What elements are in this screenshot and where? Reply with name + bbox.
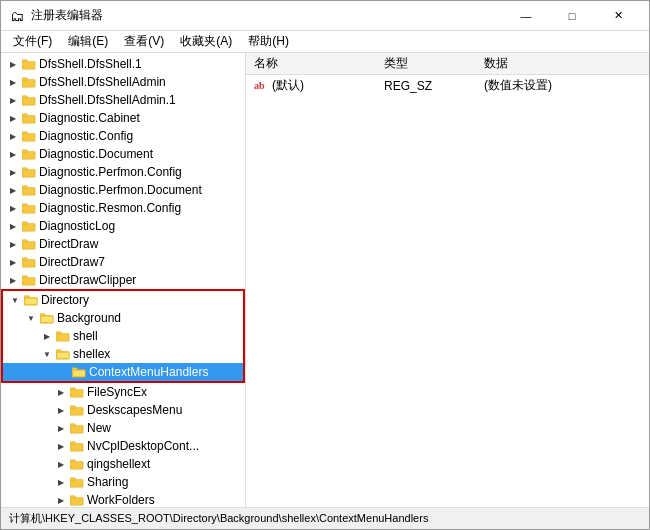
expand-icon-diagnostic-perfmon-doc[interactable]: ▶ <box>5 182 21 198</box>
folder-icon-diagnostic-perfmon-doc <box>21 182 37 198</box>
highlighted-group: ▼ Directory▼ Background▶ shell▼ shellex … <box>1 289 245 383</box>
tree-item-diagnostic-config[interactable]: ▶ Diagnostic.Config <box>1 127 245 145</box>
tree-item-dfsshell-admin1[interactable]: ▶ DfsShell.DfsShellAdmin.1 <box>1 91 245 109</box>
svg-rect-47 <box>70 442 75 445</box>
tree-item-workfolders[interactable]: ▶ WorkFolders <box>1 491 245 507</box>
tree-item-dfsshell-admin[interactable]: ▶ DfsShell.DfsShellAdmin <box>1 73 245 91</box>
expand-icon-directdrawclipper[interactable]: ▶ <box>5 272 21 288</box>
tree-item-directory[interactable]: ▼ Directory <box>3 291 243 309</box>
folder-icon-directory <box>23 292 39 308</box>
svg-rect-35 <box>56 350 61 353</box>
expand-icon-diagnostic-cabinet[interactable]: ▶ <box>5 110 21 126</box>
expand-icon-diagnostic-perfmon-config[interactable]: ▶ <box>5 164 21 180</box>
status-bar: 计算机\HKEY_CLASSES_ROOT\Directory\Backgrou… <box>1 507 649 529</box>
svg-rect-28 <box>25 298 37 304</box>
tree-label-sharing: Sharing <box>87 475 128 489</box>
tree-item-diagnostic-resmon-config[interactable]: ▶ Diagnostic.Resmon.Config <box>1 199 245 217</box>
tree-item-directdrawclipper[interactable]: ▶ DirectDrawClipper <box>1 271 245 289</box>
folder-icon-sharing <box>69 474 85 490</box>
folder-icon-diagnostic-cabinet <box>21 110 37 126</box>
tree-item-diagnostic-cabinet[interactable]: ▶ Diagnostic.Cabinet <box>1 109 245 127</box>
svg-rect-17 <box>22 204 27 207</box>
expand-icon-diagnostic-resmon-config[interactable]: ▶ <box>5 200 21 216</box>
expand-icon-filesyncrx[interactable]: ▶ <box>53 384 69 400</box>
expand-icon-dfsshell1[interactable]: ▶ <box>5 56 21 72</box>
menu-item[interactable]: 帮助(H) <box>240 31 297 52</box>
menu-item[interactable]: 收藏夹(A) <box>172 31 240 52</box>
expand-icon-diagnosticlog[interactable]: ▶ <box>5 218 21 234</box>
expand-icon-diagnostic-document[interactable]: ▶ <box>5 146 21 162</box>
expand-icon-shellex[interactable]: ▼ <box>39 346 55 362</box>
svg-rect-53 <box>70 496 75 499</box>
minimize-button[interactable]: — <box>503 1 549 31</box>
folder-icon-diagnostic-document <box>21 146 37 162</box>
folder-icon-qingshellext <box>69 456 85 472</box>
tree-label-dfsshell-admin1: DfsShell.DfsShellAdmin.1 <box>39 93 176 107</box>
folder-icon-directdraw7 <box>21 254 37 270</box>
menu-item[interactable]: 查看(V) <box>116 31 172 52</box>
folder-icon-background <box>39 310 55 326</box>
tree-item-background[interactable]: ▼ Background <box>3 309 243 327</box>
tree-item-diagnostic-perfmon-doc[interactable]: ▶ Diagnostic.Perfmon.Document <box>1 181 245 199</box>
expand-icon-qingshellext[interactable]: ▶ <box>53 456 69 472</box>
menu-item[interactable]: 文件(F) <box>5 31 60 52</box>
expand-icon-new[interactable]: ▶ <box>53 420 69 436</box>
svg-rect-25 <box>22 276 27 279</box>
left-pane[interactable]: ▶ DfsShell.DfsShell.1▶ DfsShell.DfsShell… <box>1 53 246 507</box>
tree-item-directdraw7[interactable]: ▶ DirectDraw7 <box>1 253 245 271</box>
expand-icon-deskscapesmenu[interactable]: ▶ <box>53 402 69 418</box>
svg-rect-19 <box>22 222 27 225</box>
cell-name-text: (默认) <box>272 78 304 92</box>
tree-item-new[interactable]: ▶ New <box>1 419 245 437</box>
expand-icon-directdraw7[interactable]: ▶ <box>5 254 21 270</box>
tree-label-diagnostic-perfmon-config: Diagnostic.Perfmon.Config <box>39 165 182 179</box>
tree-label-filesyncrx: FileSyncEx <box>87 385 147 399</box>
svg-rect-1 <box>22 60 27 63</box>
folder-icon-deskscapesmenu <box>69 402 85 418</box>
expand-icon-dfsshell-admin1[interactable]: ▶ <box>5 92 21 108</box>
tree-item-dfsshell1[interactable]: ▶ DfsShell.DfsShell.1 <box>1 55 245 73</box>
menu-item[interactable]: 编辑(E) <box>60 31 116 52</box>
folder-icon-dfsshell-admin1 <box>21 92 37 108</box>
tree-label-contextmenuhandlers: ContextMenuHandlers <box>89 365 208 379</box>
tree-label-nvcpldesktopcont: NvCplDesktopCont... <box>87 439 199 453</box>
tree-item-directdraw[interactable]: ▶ DirectDraw <box>1 235 245 253</box>
tree-item-diagnostic-document[interactable]: ▶ Diagnostic.Document <box>1 145 245 163</box>
tree-item-qingshellext[interactable]: ▶ qingshellext <box>1 455 245 473</box>
tree-item-filesyncrx[interactable]: ▶ FileSyncEx <box>1 383 245 401</box>
expand-icon-diagnostic-config[interactable]: ▶ <box>5 128 21 144</box>
svg-rect-13 <box>22 168 27 171</box>
folder-icon-contextmenuhandlers <box>71 364 87 380</box>
cell-type: REG_SZ <box>376 75 476 97</box>
table-row[interactable]: ab(默认)REG_SZ(数值未设置) <box>246 75 649 97</box>
expand-icon-shell[interactable]: ▶ <box>39 328 55 344</box>
folder-icon-diagnostic-resmon-config <box>21 200 37 216</box>
svg-rect-36 <box>57 352 69 358</box>
maximize-button[interactable]: □ <box>549 1 595 31</box>
expand-icon-sharing[interactable]: ▶ <box>53 474 69 490</box>
svg-rect-48 <box>70 461 83 469</box>
tree-label-dfsshell1: DfsShell.DfsShell.1 <box>39 57 142 71</box>
expand-icon-background[interactable]: ▼ <box>23 310 39 326</box>
tree-label-dfsshell-admin: DfsShell.DfsShellAdmin <box>39 75 166 89</box>
close-button[interactable]: ✕ <box>595 1 641 31</box>
folder-icon-shell <box>55 328 71 344</box>
tree-item-nvcpldesktopcont[interactable]: ▶ NvCplDesktopCont... <box>1 437 245 455</box>
tree-item-diagnostic-perfmon-config[interactable]: ▶ Diagnostic.Perfmon.Config <box>1 163 245 181</box>
expand-icon-directory[interactable]: ▼ <box>7 292 23 308</box>
folder-icon-dfsshell1 <box>21 56 37 72</box>
expand-icon-dfsshell-admin[interactable]: ▶ <box>5 74 21 90</box>
tree-item-shellex[interactable]: ▼ shellex <box>3 345 243 363</box>
expand-icon-nvcpldesktopcont[interactable]: ▶ <box>53 438 69 454</box>
tree-item-diagnosticlog[interactable]: ▶ DiagnosticLog <box>1 217 245 235</box>
tree-item-sharing[interactable]: ▶ Sharing <box>1 473 245 491</box>
expand-icon-directdraw[interactable]: ▶ <box>5 236 21 252</box>
expand-icon-contextmenuhandlers[interactable] <box>55 364 71 380</box>
tree-label-qingshellext: qingshellext <box>87 457 150 471</box>
expand-icon-workfolders[interactable]: ▶ <box>53 492 69 507</box>
tree-item-shell[interactable]: ▶ shell <box>3 327 243 345</box>
svg-rect-7 <box>22 114 27 117</box>
tree-item-deskscapesmenu[interactable]: ▶ DeskscapesMenu <box>1 401 245 419</box>
tree-item-contextmenuhandlers[interactable]: ContextMenuHandlers <box>3 363 243 381</box>
svg-rect-27 <box>24 296 29 299</box>
